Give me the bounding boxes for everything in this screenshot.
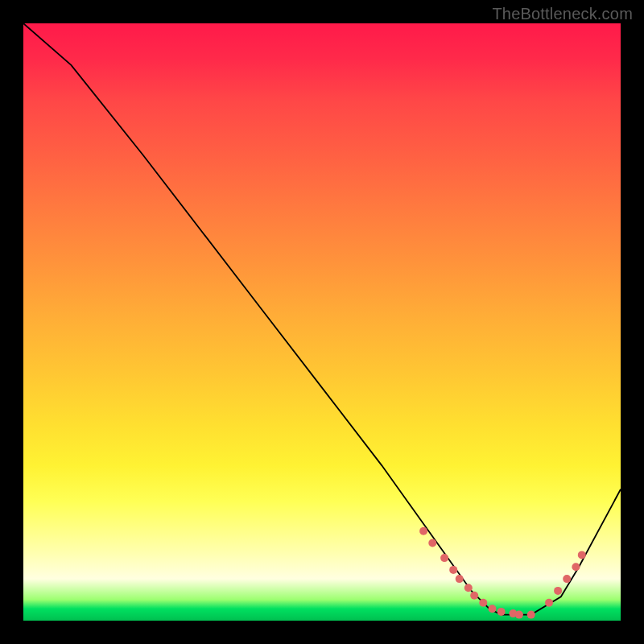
plot-area xyxy=(23,23,621,621)
marker-dot xyxy=(479,599,487,607)
marker-dot xyxy=(527,611,535,619)
marker-dot xyxy=(572,563,580,571)
highlight-dots xyxy=(419,527,586,619)
watermark-text: TheBottleneck.com xyxy=(492,5,633,23)
marker-dot xyxy=(456,575,464,583)
marker-dot xyxy=(554,587,562,595)
chart-container: TheBottleneck.com xyxy=(0,0,644,644)
marker-dot xyxy=(578,551,586,559)
chart-svg xyxy=(23,23,621,621)
marker-dot xyxy=(515,611,523,619)
marker-dot xyxy=(428,539,436,547)
marker-dot xyxy=(489,605,497,613)
marker-dot xyxy=(545,599,553,607)
marker-dot xyxy=(449,566,457,574)
marker-dot xyxy=(464,584,473,592)
bottleneck-curve xyxy=(23,23,621,615)
marker-dot xyxy=(563,575,571,583)
marker-dot xyxy=(440,554,448,562)
marker-dot xyxy=(497,608,506,616)
marker-dot xyxy=(419,527,427,535)
marker-dot xyxy=(470,592,478,600)
